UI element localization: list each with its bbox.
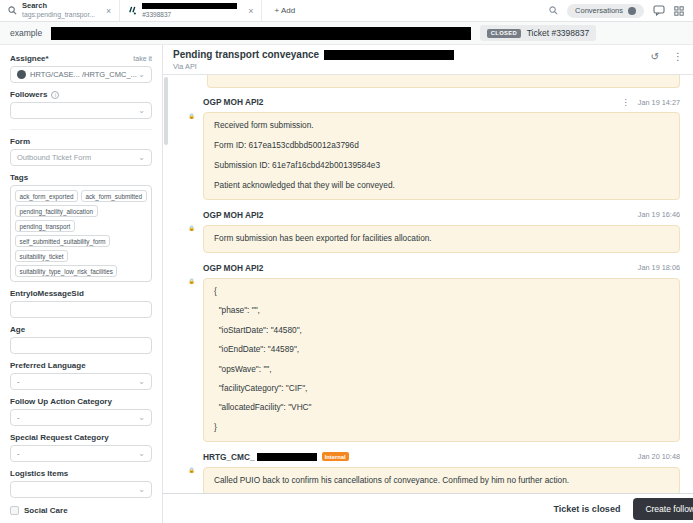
scrollbar-thumb[interactable] — [164, 77, 168, 145]
note-text: "allocatedFacility": "VHC" — [214, 403, 669, 413]
message-author[interactable]: OGP MOH API2 — [203, 97, 263, 107]
ticket-number-label: Ticket #3398837 — [527, 28, 590, 38]
logistics-items-label: Logistics Items — [10, 469, 68, 478]
preferred-language-select[interactable]: - ⌄ — [10, 373, 152, 390]
chevron-down-icon: ⌄ — [138, 71, 145, 79]
add-tab-button[interactable]: + Add — [262, 0, 307, 21]
followers-label: Followers — [10, 90, 47, 99]
tab-ticket[interactable]: #3398837 × — [120, 0, 262, 21]
tag-chip[interactable]: ack_form_exported — [15, 190, 78, 202]
tag-chip[interactable]: suitability_type_low_risk_facilities — [15, 265, 117, 277]
age-label: Age — [10, 325, 25, 334]
followers-select[interactable]: ⌄ — [10, 102, 152, 119]
internal-note: Form submission has been exported for fa… — [203, 225, 680, 253]
chevron-down-icon: ⌄ — [138, 414, 145, 422]
age-input[interactable] — [10, 337, 152, 354]
ticket-status-text: Ticket is closed — [554, 504, 621, 514]
tab-search[interactable]: Search tags:pending_transpor... × — [0, 0, 120, 21]
topbar-actions: Conversations — [549, 0, 693, 21]
search-icon[interactable] — [549, 6, 558, 15]
assignee-value: HRTG/CASE... /HRTG_CMC_... — [30, 70, 137, 79]
conversations-button[interactable]: Conversations — [567, 4, 644, 18]
status-badge: CLOSED — [487, 29, 521, 38]
note-text: "facilityCategory": "CIF", — [214, 384, 669, 394]
app-window: Search tags:pending_transpor... × #33988… — [0, 0, 693, 523]
redacted-agent-name — [257, 453, 317, 461]
close-icon[interactable]: × — [248, 6, 253, 16]
search-icon — [8, 6, 17, 15]
partial-note-above — [207, 75, 680, 88]
create-followup-button[interactable]: Create follow — [633, 498, 693, 520]
form-select[interactable]: Outbound Ticket Form ⌄ — [10, 149, 152, 166]
redacted-requester-name — [51, 27, 471, 40]
apps-grid-icon[interactable] — [674, 6, 684, 16]
tags-field[interactable]: ack_form_exported ack_form_submitted pen… — [10, 185, 152, 282]
lock-icon: 🔒 — [187, 224, 196, 233]
breadcrumb: example CLOSED Ticket #3398837 — [0, 22, 693, 45]
tag-chip[interactable]: self_submitted_suitability_form — [15, 235, 110, 247]
tag-chip[interactable]: pending_facility_allocation — [15, 205, 98, 217]
tag-chip[interactable]: ack_form_submitted — [81, 190, 147, 202]
ticket-status-pill: CLOSED Ticket #3398837 — [480, 25, 596, 41]
tab-bar: Search tags:pending_transpor... × #33988… — [0, 0, 693, 22]
note-text: Form ID: 617ea153cdbbd50012a3796d — [214, 141, 669, 151]
preferred-language-value: - — [17, 377, 20, 386]
chevron-down-icon: ⌄ — [138, 107, 145, 115]
chat-bubble-icon[interactable] — [653, 5, 665, 16]
conversation-thread: 🔒 OGP MOH API2 ⋮ Jan 19 14:27 Received f… — [163, 75, 693, 493]
redacted-ticket-subject — [142, 3, 237, 9]
close-icon[interactable]: × — [106, 6, 111, 16]
ticket-icon — [128, 6, 137, 15]
note-text: "ioStartDate": "44580", — [214, 326, 669, 336]
lock-icon: 🔒 — [187, 466, 196, 475]
tag-chip[interactable]: pending_transport — [15, 220, 75, 232]
special-request-category-value: - — [17, 449, 20, 458]
note-text: "opsWave": "", — [214, 365, 669, 375]
special-request-category-select[interactable]: - ⌄ — [10, 445, 152, 462]
message-author[interactable]: HRTG_CMC_ — [203, 452, 255, 462]
message-author[interactable]: OGP MOH API2 — [203, 210, 263, 220]
chevron-down-icon: ⌄ — [138, 450, 145, 458]
breadcrumb-app-label: example — [10, 28, 42, 38]
note-text: } — [214, 423, 669, 433]
message-menu-icon[interactable]: ⋮ — [621, 97, 630, 107]
follow-up-category-select[interactable]: - ⌄ — [10, 409, 152, 426]
tab-search-title: Search — [22, 2, 95, 11]
message-timestamp: Jan 19 18:06 — [638, 263, 680, 272]
message: 🔒 OGP MOH API2 Jan 19 18:06 { "phase": "… — [173, 263, 680, 442]
conversations-badge-icon — [628, 7, 636, 15]
message-timestamp: Jan 20 10:48 — [638, 452, 680, 461]
logistics-items-select[interactable]: ⌄ — [10, 481, 152, 498]
tab-ticket-number: #3398837 — [142, 11, 237, 18]
tab-search-subtitle: tags:pending_transpor... — [22, 11, 95, 19]
message: 🔒 HRTG_CMC_ Internal Jan 20 10:48 C — [173, 452, 680, 493]
note-text: Submission ID: 61e7af16cbd42b00139584e3 — [214, 161, 669, 171]
social-care-checkbox[interactable] — [10, 506, 19, 515]
overflow-menu-icon[interactable]: ⋮ — [673, 52, 683, 62]
assignee-avatar — [17, 70, 26, 79]
ticket-title: Pending transport conveyance — [173, 49, 319, 60]
message-author[interactable]: OGP MOH API2 — [203, 263, 263, 273]
history-icon[interactable]: ↺ — [651, 52, 659, 62]
internal-note: Received form submission. Form ID: 617ea… — [203, 112, 680, 200]
lock-icon: 🔒 — [187, 277, 196, 286]
tag-chip[interactable]: suitability_ticket — [15, 250, 68, 262]
preferred-language-label: Preferred Language — [10, 361, 86, 370]
note-text: { — [214, 287, 669, 297]
message: 🔒 OGP MOH API2 ⋮ Jan 19 14:27 Received f… — [173, 97, 680, 200]
entry-message-sid-label: EntryIoMessageSid — [10, 289, 84, 298]
avatar: 🔒 — [173, 97, 194, 118]
take-it-link[interactable]: take it — [133, 55, 152, 62]
internal-badge: Internal — [322, 452, 349, 461]
form-value: Outbound Ticket Form — [17, 153, 91, 162]
avatar: 🔒 — [173, 452, 194, 473]
lock-icon: 🔒 — [187, 111, 196, 120]
message: 🔒 OGP MOH API2 Jan 19 16:46 Form submiss… — [173, 210, 680, 253]
message-timestamp: Jan 19 16:46 — [638, 210, 680, 219]
entry-message-sid-input[interactable] — [10, 301, 152, 318]
ticket-fields-sidebar: Assignee* take it HRTG/CASE... /HRTG_CMC… — [0, 45, 163, 523]
assignee-select[interactable]: HRTG/CASE... /HRTG_CMC_... ⌄ — [10, 66, 152, 83]
internal-note: { "phase": "", "ioStartDate": "44580", "… — [203, 278, 680, 442]
note-text: "phase": "", — [214, 306, 669, 316]
message-timestamp: Jan 19 14:27 — [638, 98, 680, 107]
